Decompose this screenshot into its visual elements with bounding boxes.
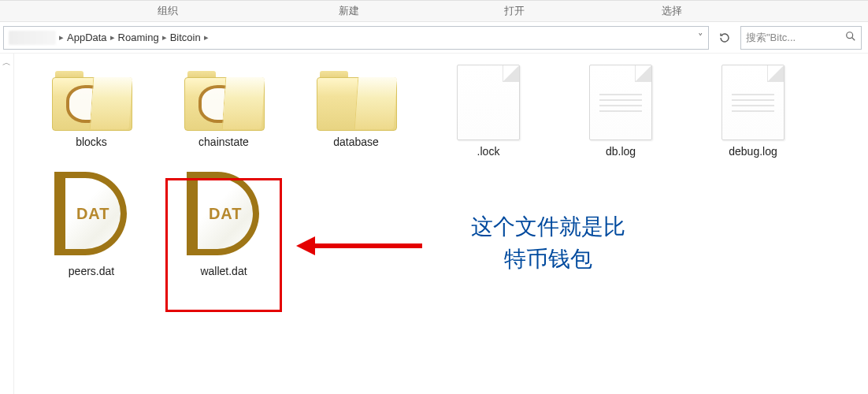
ribbon-group-open[interactable]: 打开 [504, 4, 525, 18]
dat-badge-text: DAT [209, 205, 243, 223]
file-item-peersdat[interactable]: DAT peers.dat [36, 167, 147, 277]
search-icon [845, 31, 856, 44]
file-area[interactable]: blocks chainstate database .lock db.log [14, 54, 868, 394]
item-label: chainstate [198, 136, 249, 148]
address-root-blurred [9, 31, 56, 45]
arrow-shaft [315, 243, 422, 248]
ribbon-group-new[interactable]: 新建 [339, 4, 359, 18]
address-history-dropdown-icon[interactable]: ˅ [698, 32, 703, 43]
file-item-dblog[interactable]: db.log [566, 65, 676, 158]
annotation-arrow [296, 240, 422, 252]
file-item-lock[interactable]: .lock [433, 65, 543, 158]
nav-pane-collapsed[interactable]: ︿ [0, 54, 14, 394]
address-search-bar: ▸ AppData ▸ Roaming ▸ Bitcoin ▸ ˅ 搜索"Bit… [0, 22, 868, 54]
breadcrumb-part-roaming[interactable]: Roaming [118, 32, 159, 43]
search-box[interactable]: 搜索"Bitc... [740, 26, 862, 50]
refresh-icon [718, 32, 731, 44]
item-label: blocks [76, 136, 107, 148]
breadcrumb-sep-icon[interactable]: ▸ [162, 32, 167, 43]
folder-icon [52, 65, 131, 131]
annotation-text-line2: 特币钱包 [446, 243, 651, 276]
chevron-up-icon: ︿ [2, 57, 11, 69]
breadcrumb-part-appdata[interactable]: AppData [67, 32, 107, 43]
file-icon [721, 65, 785, 140]
item-label: debug.log [729, 145, 777, 158]
breadcrumb-sep-icon[interactable]: ▸ [204, 32, 209, 43]
search-placeholder: 搜索"Bitc... [746, 31, 845, 45]
refresh-button[interactable] [714, 26, 736, 50]
item-label: database [333, 136, 379, 148]
file-item-debuglog[interactable]: debug.log [698, 65, 808, 158]
svg-point-0 [847, 32, 853, 39]
folder-item-database[interactable]: database [301, 65, 411, 158]
dat-file-icon: DAT [48, 167, 135, 260]
ribbon-tab-row: 组织 新建 打开 选择 [0, 0, 868, 22]
annotation-text: 这个文件就是比 特币钱包 [446, 211, 651, 275]
folder-icon [317, 65, 395, 131]
annotation-text-line1: 这个文件就是比 [446, 211, 651, 243]
breadcrumb-part-bitcoin[interactable]: Bitcoin [170, 32, 201, 43]
folder-item-chainstate[interactable]: chainstate [169, 65, 279, 158]
breadcrumb-sep-icon[interactable]: ▸ [59, 32, 64, 43]
svg-line-1 [852, 38, 855, 41]
ribbon-group-select[interactable]: 选择 [662, 4, 682, 18]
item-label: .lock [477, 145, 500, 158]
file-icon [457, 65, 520, 140]
breadcrumb-sep-icon[interactable]: ▸ [110, 32, 115, 43]
arrow-head-icon [296, 236, 315, 255]
file-item-walletdat[interactable]: DAT wallet.dat [169, 167, 279, 277]
dat-file-icon: DAT [180, 167, 267, 260]
dat-badge-text: DAT [76, 205, 110, 223]
folder-icon [184, 65, 263, 131]
ribbon-group-organize[interactable]: 组织 [158, 4, 178, 18]
address-bar[interactable]: ▸ AppData ▸ Roaming ▸ Bitcoin ▸ ˅ [3, 26, 709, 50]
item-label: wallet.dat [200, 265, 247, 277]
main-content: ︿ blocks chainstate database .lock [0, 54, 868, 394]
breadcrumb: ▸ AppData ▸ Roaming ▸ Bitcoin ▸ [59, 32, 209, 43]
folder-item-blocks[interactable]: blocks [36, 65, 147, 158]
file-icon [589, 65, 652, 140]
item-label: db.log [606, 145, 636, 158]
item-label: peers.dat [69, 265, 114, 277]
